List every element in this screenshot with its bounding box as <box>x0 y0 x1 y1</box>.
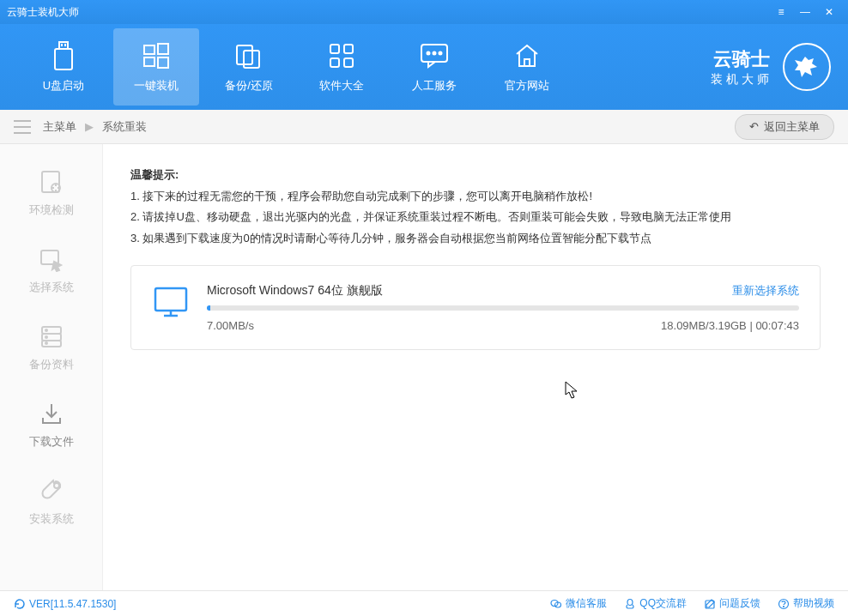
footer-help[interactable]: 帮助视频 <box>778 596 834 611</box>
app-title: 云骑士装机大师 <box>7 5 769 20</box>
list-icon <box>14 120 31 134</box>
footer-qq[interactable]: QQ交流群 <box>624 596 687 611</box>
svg-rect-19 <box>42 172 59 192</box>
svg-point-26 <box>45 336 47 338</box>
svg-point-37 <box>784 606 784 607</box>
nav-label: U盘启动 <box>43 78 84 94</box>
content-area: 温馨提示: 1. 接下来的过程无需您的干预，程序会帮助您自动完成剩下的步骤，您可… <box>103 144 848 590</box>
back-to-main-button[interactable]: ↶ 返回主菜单 <box>735 114 834 140</box>
monitor-icon <box>152 283 190 321</box>
backup-icon <box>233 40 264 71</box>
header-nav: U盘启动 一键装机 备份/还原 软件大全 人工服务 官方网站 云骑士 装机大师 <box>0 24 848 110</box>
svg-rect-13 <box>344 58 353 67</box>
tips-title: 温馨提示: <box>130 165 821 186</box>
nav-label: 人工服务 <box>412 78 457 94</box>
svg-point-25 <box>45 329 47 331</box>
nav-usb-boot[interactable]: U盘启动 <box>21 28 106 106</box>
breadcrumb-root[interactable]: 主菜单 <box>38 119 82 135</box>
database-icon <box>38 323 65 350</box>
progress-fill <box>207 305 210 311</box>
brand: 云骑士 装机大师 <box>711 43 831 91</box>
step-install: 安装系统 <box>0 463 102 541</box>
step-backup: 备份资料 <box>0 309 102 386</box>
help-icon <box>778 598 790 610</box>
svg-rect-12 <box>330 58 339 67</box>
nav-backup-restore[interactable]: 备份/还原 <box>206 28 292 106</box>
step-label: 备份资料 <box>29 357 74 372</box>
nav-label: 备份/还原 <box>225 78 273 94</box>
nav-website[interactable]: 官方网站 <box>484 28 570 106</box>
step-label: 环境检测 <box>29 202 74 218</box>
download-speed: 7.00MB/s <box>207 319 254 332</box>
home-icon <box>512 40 542 71</box>
wechat-icon <box>550 598 562 610</box>
apps-icon <box>326 40 357 71</box>
step-label: 下载文件 <box>29 434 74 450</box>
nav-oneclick-install[interactable]: 一键装机 <box>113 28 199 106</box>
nav-label: 一键装机 <box>134 78 179 94</box>
tips-line: 3. 如果遇到下载速度为0的情况时请耐心等待几分钟，服务器会自动根据您当前网络位… <box>130 228 821 250</box>
reselect-system-link[interactable]: 重新选择系统 <box>732 283 799 299</box>
undo-icon: ↶ <box>749 120 759 133</box>
sidebar: 环境检测 选择系统 备份资料 下载文件 安装系统 <box>0 144 103 590</box>
brand-title: 云骑士 <box>711 46 772 72</box>
minimize-button[interactable]: — <box>793 0 817 24</box>
version-link[interactable]: VER[11.5.47.1530] <box>14 598 116 610</box>
brand-subtitle: 装机大师 <box>711 72 772 88</box>
svg-point-34 <box>627 599 633 605</box>
nav-software[interactable]: 软件大全 <box>299 28 385 106</box>
step-label: 安装系统 <box>29 511 74 527</box>
svg-rect-4 <box>144 45 154 54</box>
refresh-icon <box>14 598 26 610</box>
nav-support[interactable]: 人工服务 <box>391 28 477 106</box>
nav-label: 软件大全 <box>319 78 364 94</box>
footer: VER[11.5.47.1530] 微信客服 QQ交流群 问题反馈 帮助视频 <box>0 590 848 616</box>
step-select-system: 选择系统 <box>0 232 102 309</box>
svg-point-15 <box>427 52 430 55</box>
usb-icon <box>48 40 79 71</box>
step-label: 选择系统 <box>29 280 74 295</box>
svg-rect-10 <box>330 45 339 53</box>
svg-rect-6 <box>144 57 154 66</box>
tips-line: 1. 接下来的过程无需您的干预，程序会帮助您自动完成剩下的步骤，您可以离开电脑稍… <box>130 186 821 208</box>
svg-point-17 <box>439 52 442 55</box>
svg-rect-18 <box>524 59 530 66</box>
windows-icon <box>141 40 172 71</box>
svg-rect-0 <box>59 42 68 49</box>
download-status: 18.09MB/3.19GB | 00:07:43 <box>661 319 799 332</box>
tips-block: 温馨提示: 1. 接下来的过程无需您的干预，程序会帮助您自动完成剩下的步骤，您可… <box>130 165 821 250</box>
step-download: 下载文件 <box>0 386 102 463</box>
footer-feedback[interactable]: 问题反馈 <box>704 596 760 611</box>
svg-rect-29 <box>155 288 186 311</box>
download-icon <box>38 400 65 427</box>
chevron-right-icon: ▶ <box>85 120 94 133</box>
brand-logo-icon <box>783 43 831 91</box>
qq-icon <box>624 598 636 610</box>
edit-icon <box>704 598 716 610</box>
svg-rect-11 <box>344 45 353 53</box>
svg-rect-7 <box>158 57 168 68</box>
step-env-check: 环境检测 <box>0 154 102 232</box>
svg-point-27 <box>45 342 47 344</box>
titlebar: 云骑士装机大师 ≡ — ✕ <box>0 0 848 24</box>
wrench-icon <box>38 477 65 504</box>
menu-button[interactable]: ≡ <box>769 0 793 24</box>
close-button[interactable]: ✕ <box>817 0 841 24</box>
document-gear-icon <box>38 168 65 196</box>
svg-point-28 <box>54 483 59 488</box>
tips-line: 2. 请拔掉U盘、移动硬盘，退出光驱内的光盘，并保证系统重装过程不断电。否则重装… <box>130 207 821 228</box>
progress-bar <box>207 305 799 311</box>
download-system-name: Microsoft Windows7 64位 旗舰版 <box>207 283 383 299</box>
download-card: Microsoft Windows7 64位 旗舰版 重新选择系统 7.00MB… <box>130 265 821 350</box>
svg-rect-5 <box>158 44 168 54</box>
svg-rect-1 <box>55 49 72 69</box>
nav-label: 官方网站 <box>505 78 549 94</box>
breadcrumb-bar: 主菜单 ▶ 系统重装 ↶ 返回主菜单 <box>0 110 848 144</box>
chat-icon <box>419 40 450 71</box>
breadcrumb-current: 系统重装 <box>97 119 152 135</box>
footer-wechat[interactable]: 微信客服 <box>550 596 607 611</box>
cursor-rect-icon <box>38 245 65 273</box>
svg-point-16 <box>433 52 436 55</box>
